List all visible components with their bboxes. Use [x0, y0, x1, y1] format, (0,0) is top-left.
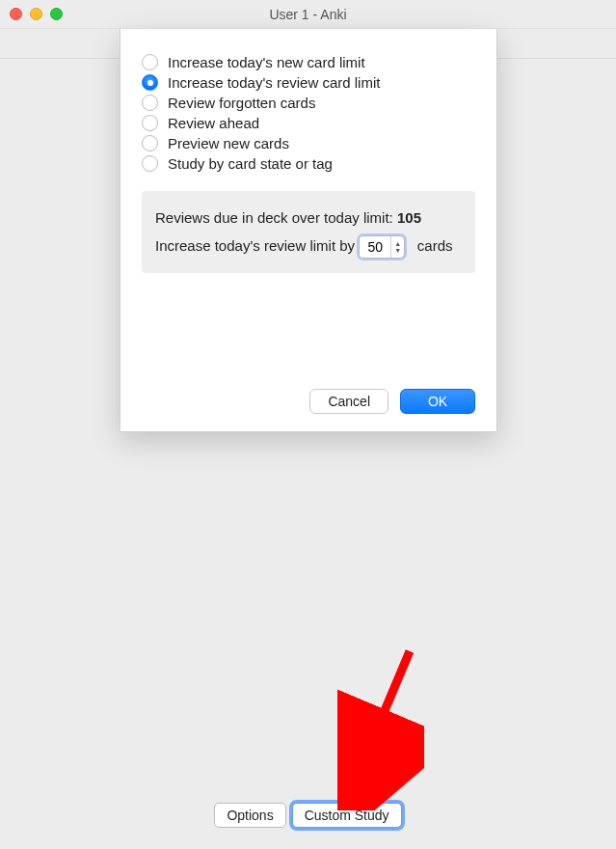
window-title: User 1 - Anki — [269, 7, 346, 22]
radio-label: Increase today's review card limit — [168, 74, 380, 91]
radio-option-ahead[interactable]: Review ahead — [142, 113, 475, 133]
ok-button-label: OK — [428, 394, 447, 409]
window-titlebar: User 1 - Anki — [0, 0, 616, 29]
study-type-radio-group: Increase today's new card limit Increase… — [142, 52, 475, 174]
options-panel: Reviews due in deck over today limit: 10… — [142, 191, 475, 273]
chevron-up-icon[interactable]: ▲ — [394, 240, 401, 247]
dialog-button-row: Cancel OK — [142, 389, 475, 414]
radio-label: Study by card state or tag — [168, 155, 333, 172]
radio-icon — [142, 115, 158, 131]
radio-label: Review forgotten cards — [168, 95, 315, 111]
increase-label-suffix: cards — [417, 237, 453, 254]
radio-label: Preview new cards — [168, 135, 289, 151]
close-icon[interactable] — [10, 8, 22, 20]
due-value: 105 — [397, 209, 421, 226]
custom-study-dialog: Increase today's new card limit Increase… — [120, 29, 497, 432]
chevron-down-icon[interactable]: ▼ — [394, 247, 401, 254]
radio-option-preview-new[interactable]: Preview new cards — [142, 133, 475, 153]
radio-label: Review ahead — [168, 115, 259, 131]
options-button[interactable]: Options — [214, 803, 285, 828]
options-button-label: Options — [227, 808, 273, 823]
radio-icon — [142, 155, 158, 172]
ok-button[interactable]: OK — [400, 389, 475, 414]
increase-input[interactable] — [360, 236, 390, 258]
radio-option-state-tag[interactable]: Study by card state or tag — [142, 153, 475, 174]
cancel-button[interactable]: Cancel — [309, 389, 388, 414]
radio-option-increase-new[interactable]: Increase today's new card limit — [142, 52, 475, 72]
custom-study-button[interactable]: Custom Study — [292, 803, 402, 828]
radio-label: Increase today's new card limit — [168, 54, 365, 70]
radio-icon — [142, 74, 158, 91]
deck-bottom-button-row: Options Custom Study — [0, 803, 616, 828]
increase-label-prefix: Increase today's review limit by — [155, 237, 355, 254]
increase-line: Increase today's review limit by ▲ ▼ car… — [155, 233, 462, 260]
due-label: Reviews due in deck over today limit: — [155, 209, 397, 226]
radio-icon — [142, 135, 158, 151]
custom-study-button-label: Custom Study — [305, 808, 389, 823]
svg-line-1 — [355, 651, 410, 781]
zoom-icon[interactable] — [50, 8, 63, 20]
increase-stepper[interactable]: ▲ ▼ — [359, 235, 405, 259]
stepper-arrows[interactable]: ▲ ▼ — [390, 236, 404, 258]
due-line: Reviews due in deck over today limit: 10… — [155, 205, 462, 233]
radio-icon — [142, 54, 158, 70]
annotation-arrow-icon — [337, 646, 424, 810]
radio-icon — [142, 95, 158, 111]
minimize-icon[interactable] — [30, 8, 42, 20]
radio-option-increase-review[interactable]: Increase today's review card limit — [142, 72, 475, 93]
cancel-button-label: Cancel — [328, 394, 370, 409]
window-controls — [10, 8, 63, 20]
radio-option-forgotten[interactable]: Review forgotten cards — [142, 93, 475, 113]
